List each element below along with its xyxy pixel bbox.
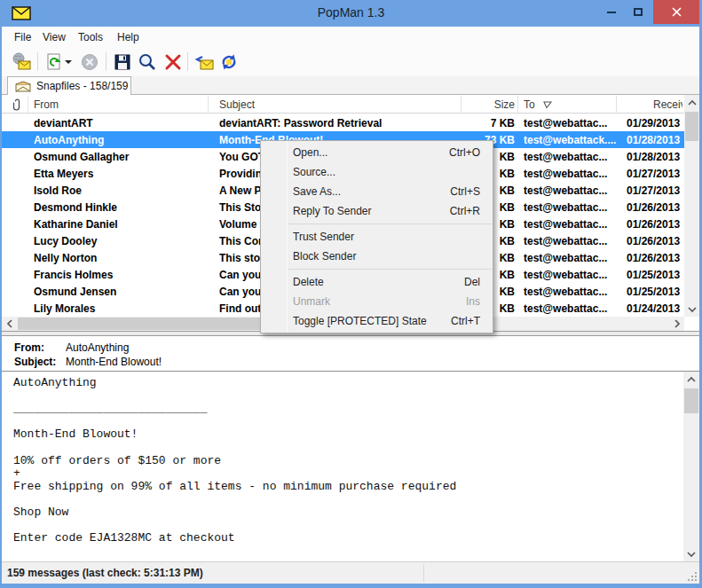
save-button[interactable]: [111, 51, 134, 74]
refresh-dropdown-button[interactable]: [62, 51, 75, 74]
cell-from: Francis Holmes: [34, 269, 211, 281]
subject-value: Month-End Blowout!: [66, 356, 162, 368]
find-icon: [138, 52, 157, 72]
menu-item-toggle-protected-state[interactable]: Toggle [PROTECTED] State Ctrl+T: [261, 311, 493, 331]
statusbar-divider: [423, 564, 424, 582]
stop-button[interactable]: [78, 51, 101, 74]
cell-to: test@webattac...: [524, 151, 623, 163]
check-mail-button[interactable]: [10, 51, 33, 74]
chevron-up-icon: [687, 99, 698, 106]
subject-label: Subject:: [14, 356, 56, 368]
scroll-left-button[interactable]: [2, 317, 17, 331]
menu-item-shortcut: Del: [464, 272, 480, 292]
tab-snapfiles[interactable]: Snapfiles - 158/159: [7, 76, 131, 95]
menu-item-open[interactable]: Open... Ctrl+O: [261, 143, 493, 162]
cell-to: test@webattac...: [524, 117, 623, 129]
cell-subject: deviantART: Password Retrieval: [219, 117, 461, 129]
delete-icon: [163, 52, 183, 72]
message-body-text: AutoAnything ___________________________…: [13, 377, 456, 545]
cell-from: deviantART: [34, 117, 211, 129]
menu-item-save-as[interactable]: Save As... Ctrl+S: [261, 182, 493, 201]
cell-to: test@webattac...: [524, 201, 623, 214]
column-header-subject[interactable]: Subject: [219, 98, 255, 111]
menu-item-label: Trust Sender: [293, 231, 354, 243]
close-button[interactable]: [653, 0, 699, 24]
titlebar: PopMan 1.3: [0, 0, 702, 27]
find-button[interactable]: [136, 51, 159, 74]
column-header-size[interactable]: Size: [444, 98, 515, 111]
menu-item-shortcut: Ctrl+R: [450, 201, 480, 221]
preview-body[interactable]: S SnapFiles AutoAnything _______________…: [2, 372, 699, 561]
paperclip-icon: [13, 98, 21, 111]
stop-icon: [80, 52, 99, 72]
status-text: 159 messages (last check: 5:31:13 PM): [7, 567, 203, 579]
cell-received: 01/28/2013: [627, 151, 682, 163]
cell-from: Desmond Hinkle: [34, 201, 211, 214]
menu-item-delete[interactable]: Delete Del: [261, 272, 493, 292]
statusbar: 159 messages (last check: 5:31:13 PM): [2, 561, 699, 584]
minimize-icon: [607, 12, 616, 13]
menu-help[interactable]: Help: [114, 30, 143, 44]
mail-row[interactable]: deviantART deviantART: Password Retrieva…: [2, 114, 684, 131]
send-mail-button[interactable]: [193, 51, 216, 74]
cell-received: 01/26/2013: [627, 201, 682, 214]
column-header-to[interactable]: To: [524, 98, 535, 111]
minimize-button[interactable]: [598, 0, 625, 24]
cell-received: 01/29/2013: [627, 117, 682, 129]
maximize-icon: [634, 8, 643, 16]
toolbar-separator: [187, 52, 188, 71]
scroll-down-button[interactable]: [683, 546, 699, 561]
cell-received: 01/27/2013: [627, 184, 682, 197]
cell-from: Etta Meyers: [34, 168, 211, 180]
menu-separator: [288, 269, 492, 270]
list-header: From Subject Size To Received: [2, 95, 684, 114]
cell-to: test@webattac...: [524, 235, 623, 247]
sync-button[interactable]: [217, 51, 241, 74]
column-header-from[interactable]: From: [34, 98, 59, 111]
list-vertical-scrollbar[interactable]: [684, 95, 699, 317]
open-envelope-icon: [15, 81, 31, 92]
menu-file[interactable]: File: [11, 30, 35, 44]
column-divider: [208, 96, 209, 113]
chevron-right-icon: [674, 318, 681, 329]
chevron-down-icon: [687, 306, 698, 313]
window-border: [0, 584, 702, 588]
menu-item-block-sender[interactable]: Block Sender: [261, 247, 493, 266]
scroll-right-button[interactable]: [669, 317, 684, 331]
close-icon: [672, 7, 682, 17]
resize-grip[interactable]: [686, 570, 697, 581]
menu-view[interactable]: View: [39, 30, 69, 44]
menu-tools[interactable]: Tools: [75, 30, 106, 44]
menu-item-unmark: Unmark Ins: [261, 292, 493, 311]
from-value: AutoAnything: [66, 341, 129, 354]
popman-window: PopMan 1.3 File View Tools Help: [0, 0, 702, 588]
menu-item-label: Open...: [293, 146, 327, 159]
delete-button[interactable]: [162, 51, 185, 74]
cell-received: 01/28/2013: [627, 134, 684, 146]
cell-received: 01/27/2013: [627, 168, 682, 180]
scroll-up-button[interactable]: [683, 372, 699, 387]
chevron-left-icon: [6, 318, 13, 329]
menu-item-label: Block Sender: [293, 250, 356, 263]
menu-item-source[interactable]: Source...: [261, 162, 493, 182]
cell-from: Osmund Gallagher: [34, 151, 211, 163]
column-header-received[interactable]: Received: [653, 98, 682, 111]
scrollbar-thumb[interactable]: [685, 112, 698, 141]
menu-item-trust-sender[interactable]: Trust Sender: [261, 227, 493, 247]
toolbar: [2, 47, 699, 76]
send-mail-icon: [193, 51, 215, 73]
menu-item-label: Save As...: [293, 185, 341, 198]
maximize-button[interactable]: [625, 0, 651, 24]
scrollbar-thumb[interactable]: [684, 388, 698, 413]
window-border: [0, 27, 2, 588]
scroll-down-button[interactable]: [684, 302, 699, 317]
chevron-down-icon: [686, 551, 697, 558]
scroll-up-button[interactable]: [684, 95, 699, 110]
preview-vertical-scrollbar[interactable]: [683, 372, 699, 561]
menu-item-reply-to-sender[interactable]: Reply To Sender Ctrl+R: [261, 201, 493, 221]
cell-received: 01/26/2013: [627, 218, 682, 231]
cell-to: test@webattac...: [524, 286, 623, 298]
chevron-up-icon: [686, 376, 697, 383]
menu-item-shortcut: Ctrl+T: [451, 311, 480, 331]
tabstrip: Snapfiles - 158/159: [2, 76, 699, 95]
